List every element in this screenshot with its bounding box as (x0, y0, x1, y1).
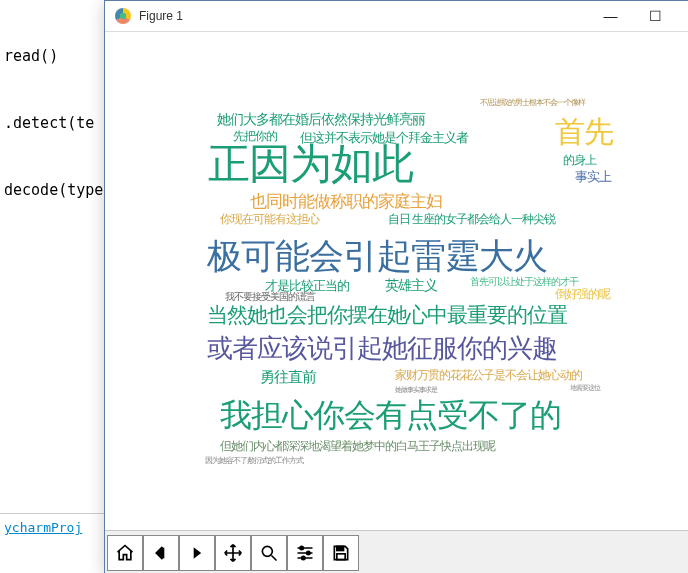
wordcloud-word: 的身上 (563, 154, 596, 166)
wordcloud-word: 或者应该说引起她征服你的兴趣 (207, 336, 557, 362)
wordcloud-word: 你现在可能有这担心 (220, 213, 319, 225)
wordcloud-word: 当然她也会把你摆在她心中最重要的位置 (207, 305, 567, 326)
wordcloud-word: 勇往直前 (260, 370, 316, 385)
svg-point-2 (307, 551, 310, 554)
wordcloud-word: 英雄主义 (385, 279, 437, 293)
nav-toolbar (105, 530, 688, 573)
forward-button[interactable] (179, 535, 215, 571)
wordcloud-word: 倒好强的呢 (555, 288, 610, 300)
wordcloud-word: 她们大多都在婚后依然保持光鲜亮丽 (217, 113, 425, 127)
wordcloud-word: 正因为如此 (208, 143, 413, 185)
svg-point-0 (262, 546, 272, 556)
wordcloud-word: 但这并不表示她是个拜金主义者 (300, 131, 468, 144)
figure-canvas[interactable]: 正因为如此极可能会引起雷霆大火当然她也会把你摆在她心中最重要的位置或者应该说引起… (105, 32, 688, 534)
svg-point-1 (300, 546, 303, 549)
save-button[interactable] (323, 535, 359, 571)
svg-point-3 (302, 556, 305, 559)
wordcloud-word: 她做事实事求是 (395, 387, 437, 394)
wordcloud-word: 自日 生座的女子都会给人一种尖锐 (388, 213, 555, 225)
wordcloud-word: 家财万贯的花花公子是不会让她心动的 (395, 369, 582, 381)
maximize-button[interactable]: ☐ (633, 1, 678, 31)
svg-rect-4 (337, 546, 344, 550)
wordcloud-word: 因为她容不了敷衍式的工作方式 (205, 457, 303, 465)
wordcloud-word: 我担心你会有点受不了的 (220, 399, 561, 431)
window-title: Figure 1 (139, 9, 183, 23)
wordcloud-word: 事实上 (575, 170, 611, 183)
wordcloud-word: 极可能会引起雷霆大火 (207, 239, 547, 274)
wordcloud-word: 我不要接受美国的谎言 (225, 292, 315, 302)
back-button[interactable] (143, 535, 179, 571)
wordcloud-plot: 正因为如此极可能会引起雷霆大火当然她也会把你摆在她心中最重要的位置或者应该说引起… (205, 87, 660, 472)
minimize-button[interactable]: — (588, 1, 633, 31)
configure-button[interactable] (287, 535, 323, 571)
wordcloud-word: 先把你的 (233, 130, 277, 142)
home-button[interactable] (107, 535, 143, 571)
wordcloud-word: 首先可以让处于这样的才干 (470, 277, 578, 287)
zoom-button[interactable] (251, 535, 287, 571)
figure-window: Figure 1 — ☐ 正因为如此极可能会引起雷霆大火当然她也会把你摆在她心中… (104, 0, 688, 573)
wordcloud-word: 首先 (555, 117, 613, 147)
wordcloud-word: 不思进取的男士根本不会一个像样 (480, 99, 585, 107)
matplotlib-icon (115, 8, 131, 24)
wordcloud-word: 也同时能做称职的家庭主妇 (250, 193, 442, 210)
wordcloud-word: 但她们内心都深深地渴望着她梦中的白马王子快点出现呢 (220, 440, 495, 452)
titlebar[interactable]: Figure 1 — ☐ (105, 1, 688, 32)
svg-rect-5 (337, 553, 345, 559)
wordcloud-word: 地需要这位 (570, 385, 600, 392)
pan-button[interactable] (215, 535, 251, 571)
